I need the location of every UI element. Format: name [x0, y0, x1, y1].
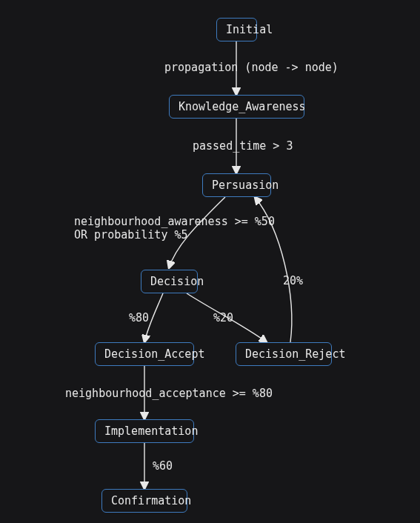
node-initial: Initial — [216, 18, 257, 41]
node-decision: Decision — [141, 270, 198, 293]
node-decision-reject: Decision_Reject — [236, 342, 332, 366]
edge-label-awareness: neighbourhood_awareness >= %50 OR probab… — [74, 215, 275, 241]
edge-label-20: %20 — [213, 311, 233, 324]
edge-label-acceptance: neighbourhood_acceptance >= %80 — [65, 387, 273, 400]
node-knowledge-awareness: Knowledge_Awareness — [169, 95, 304, 119]
edge-label-passed-time: passed_time > 3 — [193, 139, 293, 153]
edge-label-propagation: propagation (node -> node) — [164, 61, 339, 74]
node-implementation: Implementation — [95, 419, 194, 443]
node-confirmation: Confirmation — [101, 489, 187, 513]
edge-label-60: %60 — [153, 459, 173, 473]
node-decision-accept: Decision_Accept — [95, 342, 194, 366]
edge-label-reject-back: 20% — [283, 274, 303, 287]
edges-layer — [0, 0, 420, 523]
node-persuasion: Persuasion — [202, 173, 271, 197]
state-diagram: Initial Knowledge_Awareness Persuasion D… — [0, 0, 420, 523]
edge-label-80: %80 — [129, 311, 149, 324]
